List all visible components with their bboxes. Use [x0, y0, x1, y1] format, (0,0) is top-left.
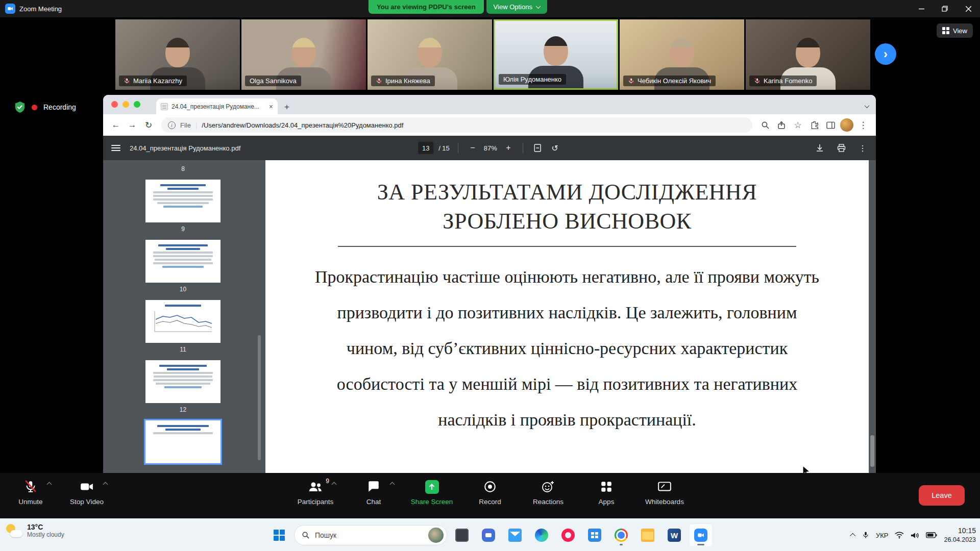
file-explorer-icon[interactable]: [636, 523, 659, 547]
participants-chevron-icon[interactable]: [332, 480, 336, 488]
participant-name-tag: Olga Sannikova: [245, 76, 301, 86]
mac-close-icon[interactable]: [111, 101, 118, 108]
thumbnail-page-label: 9: [181, 226, 185, 233]
chat-chevron-icon[interactable]: [390, 480, 394, 488]
video-tile[interactable]: Karina Fomenko: [746, 19, 870, 90]
video-options-chevron-icon[interactable]: [104, 480, 107, 488]
stop-video-button[interactable]: Stop Video: [65, 473, 108, 506]
recording-label: Recording: [43, 103, 76, 111]
language-indicator[interactable]: УКР: [876, 532, 889, 539]
search-icon: [302, 531, 310, 539]
thumbnail-page-12[interactable]: [145, 360, 220, 403]
zoom-logo-icon: [5, 4, 15, 14]
thumbnail-page-9[interactable]: [145, 180, 220, 222]
weather-widget[interactable]: 13°C Mostly cloudy: [5, 523, 64, 538]
whiteboards-button[interactable]: Whiteboards: [643, 473, 686, 506]
share-screen-button[interactable]: Share Screen: [410, 473, 453, 506]
download-icon[interactable]: [814, 142, 826, 154]
share-icon[interactable]: [774, 117, 789, 133]
profile-avatar[interactable]: [840, 118, 853, 132]
tab-search-chevron-icon[interactable]: [865, 101, 869, 110]
bookmark-star-icon[interactable]: ☆: [790, 117, 805, 133]
pdf-page-13: ЗА РЕЗУЛЬТАТАМИ ДОСЛІДЖЕННЯ ЗРОБЛЕНО ВИС…: [265, 160, 869, 473]
view-options-button[interactable]: View Options: [486, 0, 547, 14]
tray-mic-icon[interactable]: [862, 531, 869, 540]
audio-options-chevron-icon[interactable]: [47, 480, 51, 488]
reactions-button[interactable]: Reactions: [527, 473, 570, 506]
chat-button[interactable]: Chat: [352, 473, 395, 506]
zoom-level: 87%: [484, 144, 497, 152]
view-layout-button[interactable]: View: [937, 23, 973, 38]
video-tile-active-speaker[interactable]: Юлія Рудоманенко: [494, 19, 618, 90]
participants-button[interactable]: 9 Participants: [294, 473, 337, 506]
video-tile[interactable]: Ірина Княжева: [368, 19, 492, 90]
chrome-icon[interactable]: [609, 523, 633, 547]
store-icon[interactable]: [583, 523, 606, 547]
volume-icon[interactable]: [911, 532, 919, 539]
taskbar-search-input[interactable]: Пошук: [294, 525, 447, 545]
unmute-button[interactable]: Unmute: [9, 473, 52, 506]
close-button[interactable]: [957, 0, 980, 17]
url-text: /Users/andrew/Downloads/24.04_презентаці…: [202, 121, 403, 129]
leave-button[interactable]: Leave: [919, 485, 965, 506]
apps-button[interactable]: Apps: [585, 473, 628, 506]
extensions-puzzle-icon[interactable]: [806, 117, 822, 133]
minimize-button[interactable]: [910, 0, 933, 17]
edge-icon[interactable]: [530, 523, 553, 547]
record-button[interactable]: Record: [469, 473, 511, 506]
start-button[interactable]: [267, 523, 291, 547]
zoom-in-button[interactable]: +: [502, 142, 514, 154]
print-icon[interactable]: [835, 142, 847, 154]
pdf-scrollbar[interactable]: [870, 435, 874, 467]
restore-button[interactable]: [933, 0, 957, 17]
recording-indicator[interactable]: Recording: [14, 101, 76, 113]
video-tile[interactable]: Mariia Kazanzhy: [115, 19, 240, 90]
thumbnail-page-label: 10: [180, 286, 186, 293]
browser-toolbar: ← → ↻ i File | /Users/andrew/Downloads/2…: [103, 114, 876, 136]
back-button[interactable]: ←: [108, 117, 124, 133]
browser-tab[interactable]: 24.04_презентація Рудомане... ×: [156, 98, 278, 114]
taskbar-clock[interactable]: 10:15 26.04.2023: [944, 526, 976, 544]
zoom-out-button[interactable]: −: [467, 142, 479, 154]
zoom-app-icon[interactable]: [689, 523, 713, 547]
thumbnail-page-10[interactable]: [145, 240, 220, 283]
reload-button[interactable]: ↻: [141, 117, 156, 133]
chat-app-icon[interactable]: [477, 523, 500, 547]
battery-icon[interactable]: [926, 532, 937, 538]
fit-to-page-button[interactable]: [531, 142, 544, 154]
pdf-more-menu-icon[interactable]: ⋮: [856, 142, 869, 154]
rotate-button[interactable]: ↻: [549, 142, 561, 154]
address-bar[interactable]: i File | /Users/andrew/Downloads/24.04_п…: [161, 117, 752, 133]
opera-icon[interactable]: [556, 523, 580, 547]
wifi-icon[interactable]: [895, 532, 904, 539]
video-tile[interactable]: Olga Sannikova: [241, 19, 366, 90]
thumbnail-page-13-selected[interactable]: [145, 420, 220, 463]
hidden-icons-chevron-icon[interactable]: [850, 533, 855, 539]
site-info-icon[interactable]: i: [168, 121, 176, 129]
forward-button[interactable]: →: [125, 117, 140, 133]
tab-close-icon[interactable]: ×: [269, 103, 273, 111]
share-screen-icon: [425, 480, 439, 494]
thumbnail-page-11[interactable]: [145, 300, 220, 343]
browser-menu-icon[interactable]: ⋮: [855, 117, 871, 133]
clock-date: 26.04.2023: [944, 536, 976, 544]
windows-taskbar: 13°C Mostly cloudy Пошук W: [0, 518, 980, 551]
security-shield-icon: [14, 101, 26, 113]
side-panel-icon[interactable]: [823, 117, 838, 133]
thumbnail-chart: [151, 308, 215, 336]
search-highlight-image[interactable]: [428, 528, 444, 543]
page-number-input[interactable]: 13: [418, 142, 433, 154]
mac-fullscreen-icon[interactable]: [134, 101, 140, 108]
participants-count-badge: 9: [326, 478, 329, 485]
mac-minimize-icon[interactable]: [122, 101, 129, 108]
monitor-app-icon[interactable]: [450, 523, 474, 547]
search-icon[interactable]: [757, 117, 773, 133]
pdf-menu-icon[interactable]: [111, 145, 120, 151]
video-tile[interactable]: Чебикін Олексій Якович: [620, 19, 744, 90]
sidebar-scrollbar[interactable]: [258, 335, 261, 460]
next-participants-button[interactable]: ›: [875, 43, 896, 65]
new-tab-button[interactable]: +: [280, 100, 294, 114]
mail-app-icon[interactable]: [503, 523, 527, 547]
word-icon[interactable]: W: [663, 523, 686, 547]
participant-name-tag: Юлія Рудоманенко: [499, 74, 566, 85]
